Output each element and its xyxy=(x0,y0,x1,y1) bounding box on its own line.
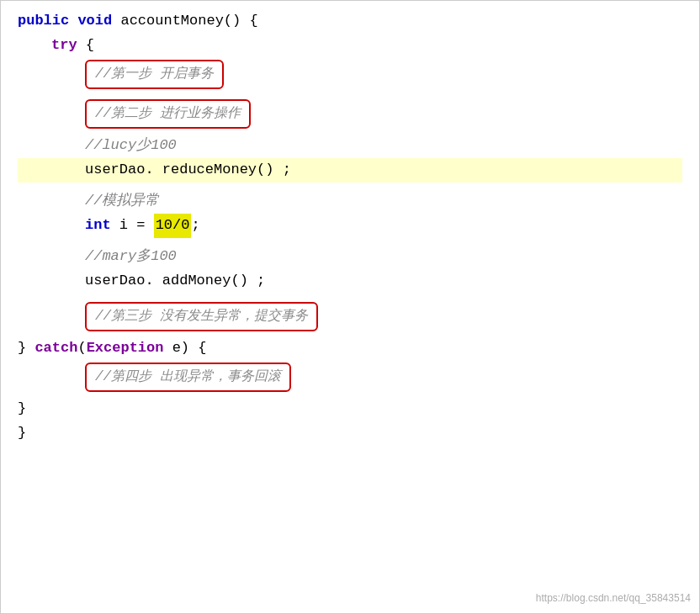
watermark: https://blog.csdn.net/qq_35843514 xyxy=(536,590,691,606)
add-money-line: userDao. addMoney() ; xyxy=(18,269,682,294)
step1-comment-box: //第一步 开启事务 xyxy=(85,60,224,89)
exception-keyword: Exception xyxy=(87,336,164,361)
try-line: try { xyxy=(18,34,682,58)
step3-line: //第三步 没有发生异常，提交事务 xyxy=(18,300,682,333)
closing-catch-brace: } xyxy=(18,397,26,421)
closing-method-brace: } xyxy=(18,421,26,446)
int-post: ; xyxy=(191,214,199,238)
catch-line: } catch ( Exception e) { xyxy=(18,336,682,361)
step4-comment-box: //第四步 出现异常，事务回滚 xyxy=(85,363,291,392)
closing-try-brace: } xyxy=(18,336,26,361)
void-kw: void xyxy=(77,9,112,34)
lucy-comment: //lucy少100 xyxy=(85,134,177,158)
mary-comment: //mary多100 xyxy=(85,245,177,269)
lucy-comment-line: //lucy少100 xyxy=(18,134,682,158)
int-keyword: int xyxy=(85,214,111,238)
reduce-money-line: userDao. reduceMoney() ; xyxy=(18,158,682,183)
mary-comment-line: //mary多100 xyxy=(18,245,682,269)
step2-line: //第二步 进行业务操作 xyxy=(18,98,682,130)
simulate-comment: //模拟异常 xyxy=(85,189,159,214)
try-brace: { xyxy=(77,34,94,58)
method-name: accountMoney() { xyxy=(112,9,257,34)
step3-comment-box: //第三步 没有发生异常，提交事务 xyxy=(85,302,318,331)
code-container: public void accountMoney() { try { //第一步… xyxy=(0,0,700,614)
reduce-money-code: userDao. reduceMoney() ; xyxy=(85,158,291,183)
division-by-zero: 10/0 xyxy=(154,214,192,238)
public-keyword: public xyxy=(18,9,69,34)
catch-params: ( xyxy=(77,336,86,361)
step4-line: //第四步 出现异常，事务回滚 xyxy=(18,361,682,394)
closing-method-line: } xyxy=(18,421,682,446)
simulate-comment-line: //模拟异常 xyxy=(18,189,682,214)
catch-keyword: catch xyxy=(26,336,77,361)
add-money-code: userDao. addMoney() ; xyxy=(85,269,265,294)
void-keyword xyxy=(69,9,77,34)
step1-line: //第一步 开启事务 xyxy=(18,58,682,91)
int-pre: i = xyxy=(111,214,154,238)
closing-catch-line: } xyxy=(18,397,682,421)
int-line: int i = 10/0 ; xyxy=(18,214,682,238)
exception-var: e) { xyxy=(163,336,206,361)
try-keyword: try xyxy=(51,34,77,58)
step2-comment-box: //第二步 进行业务操作 xyxy=(85,99,251,129)
method-signature-line: public void accountMoney() { xyxy=(18,9,682,34)
